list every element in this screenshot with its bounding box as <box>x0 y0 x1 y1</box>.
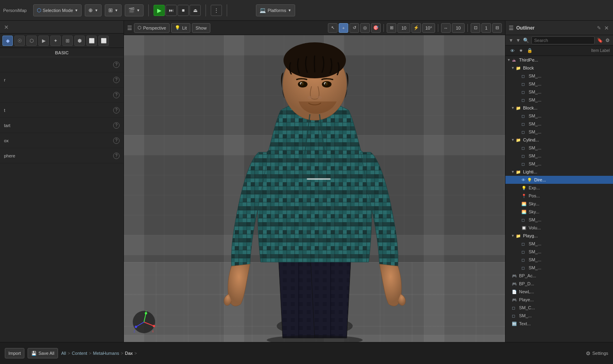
tree-item-vol[interactable]: 🔲 Volu... <box>505 224 613 232</box>
tree-item-sm1[interactable]: ◻ SM_... <box>505 72 613 80</box>
more-options-button[interactable]: ⋮ <box>211 5 222 16</box>
outliner-edit-icon[interactable]: ✎ <box>597 25 601 31</box>
tree-item-sm10[interactable]: ◻ SM_... <box>505 160 613 168</box>
panel-item-help-2[interactable]: ? <box>113 77 120 83</box>
geometry-icon-btn[interactable]: ⊞ <box>62 36 73 46</box>
breadcrumb-dax[interactable]: Dax <box>125 351 133 356</box>
tree-item-sm13[interactable]: ◻ SM_... <box>505 248 613 256</box>
panel-item-help-1[interactable]: ? <box>113 62 120 68</box>
transform-button[interactable]: ⊞ ▼ <box>105 4 122 16</box>
panel-item-4[interactable]: t ? <box>0 103 124 118</box>
tree-item-sm3[interactable]: ◻ SM_... <box>505 88 613 96</box>
tree-item-block2[interactable]: ▼ 📁 Block... <box>505 104 613 112</box>
stop-button[interactable]: ■ <box>178 5 189 16</box>
outliner-close-button[interactable]: ✕ <box>603 25 610 31</box>
tree-item-exp[interactable]: 💡 Exp... <box>505 184 613 192</box>
target-btn[interactable]: ◎ <box>360 23 370 33</box>
breadcrumb-all[interactable]: All <box>61 351 66 356</box>
scale-value-btn[interactable]: 10 <box>452 23 465 33</box>
lit-button[interactable]: 💡 Lit <box>171 23 190 33</box>
visibility-column-icon[interactable]: 👁 <box>509 47 516 54</box>
panel-item-3[interactable]: ? <box>0 88 124 103</box>
save-all-button[interactable]: 💾 Save All <box>28 348 58 358</box>
tree-item-pos[interactable]: 📍 Pos... <box>505 192 613 200</box>
rotate-btn[interactable]: ↺ <box>349 23 359 33</box>
tree-item-sm14[interactable]: ◻ SM_... <box>505 256 613 264</box>
panel-item-help-5[interactable]: ? <box>113 122 120 129</box>
tree-item-bp-ac[interactable]: 🎮 BP_Ac... <box>505 272 613 280</box>
all-classes-icon-btn[interactable]: ⬜ <box>86 36 97 46</box>
step-forward-button[interactable]: ⏭ <box>166 5 177 16</box>
tree-item-sm9[interactable]: ◻ SM_... <box>505 152 613 160</box>
translate-btn[interactable]: + <box>339 23 348 33</box>
tree-item-directional-light[interactable]: 👁 💡 Dire... <box>505 176 613 184</box>
cinematic-icon-btn[interactable]: ▶ <box>38 36 49 46</box>
tree-item-sm8[interactable]: ◻ SM_... <box>505 144 613 152</box>
panel-item-2[interactable]: r ? <box>0 72 124 88</box>
grid-btn[interactable]: ⊞ <box>387 23 396 33</box>
outliner-tree[interactable]: ▼ ⛰ ThirdPe... ▼ 📁 Block ◻ SM_... ◻ SM_.… <box>505 56 613 342</box>
tree-item-sm11[interactable]: ◻ SM_... <box>505 216 613 224</box>
snap-surface-btn[interactable]: 🎯 <box>371 23 381 33</box>
tree-item-sm16[interactable]: ◻ SM_... <box>505 312 613 320</box>
scale-btn[interactable]: ↔ <box>441 23 451 33</box>
tree-item-block1[interactable]: ▼ 📁 Block <box>505 64 613 72</box>
tree-item-text[interactable]: 🔤 Text... <box>505 320 613 328</box>
tree-item-thirdpe[interactable]: ▼ ⛰ ThirdPe... <box>505 56 613 64</box>
maximize-btn[interactable]: ⊟ <box>492 23 502 33</box>
favorite-column-icon[interactable]: ★ <box>517 47 525 54</box>
tree-item-sm12[interactable]: ◻ SM_... <box>505 240 613 248</box>
panel-item-help-6[interactable]: ? <box>113 137 120 144</box>
tree-item-sm5[interactable]: ◻ SM_... <box>505 112 613 120</box>
volumes-icon-btn[interactable]: ⬢ <box>74 36 85 46</box>
tree-item-lighting[interactable]: ▼ 📁 Lighti... <box>505 168 613 176</box>
viewport-menu-icon[interactable]: ☰ <box>127 25 132 31</box>
panel-item-help-4[interactable]: ? <box>113 107 120 113</box>
platforms-button[interactable]: 💻 Platforms ▼ <box>256 4 295 16</box>
selection-mode-button[interactable]: ⬡ Selection Mode ▼ <box>33 4 82 16</box>
tree-item-sm2[interactable]: ◻ SM_... <box>505 80 613 88</box>
camera-speed-value[interactable]: 1 <box>481 23 491 33</box>
tree-item-sm7[interactable]: ◻ SM_... <box>505 128 613 136</box>
breadcrumb-metahumans[interactable]: MetaHumans <box>93 351 119 356</box>
eject-button[interactable]: ⏏ <box>190 5 201 16</box>
shapes-icon-btn[interactable]: ⬡ <box>26 36 37 46</box>
tree-item-sm4[interactable]: ◻ SM_... <box>505 96 613 104</box>
lock-column-icon[interactable]: 🔒 <box>526 47 533 54</box>
show-button[interactable]: Show <box>192 23 210 33</box>
settings-gear-icon[interactable]: ⚙ <box>586 350 591 356</box>
camera-button[interactable]: 🎬 ▼ <box>125 4 144 16</box>
lighting-icon-btn[interactable]: ☉ <box>14 36 25 46</box>
viewport[interactable]: X Y Z <box>124 35 505 342</box>
play-button[interactable]: ▶ <box>154 5 165 16</box>
tree-item-player[interactable]: 🎮 Playe... <box>505 296 613 304</box>
tree-item-smc[interactable]: ◻ SM_C... <box>505 304 613 312</box>
tree-item-cylinder[interactable]: ▼ 📁 Cylind... <box>505 136 613 144</box>
panel-item-help-3[interactable]: ? <box>113 92 120 98</box>
perspective-button[interactable]: ⬡ Perspective <box>134 23 170 33</box>
panel-item-7[interactable]: phere ? <box>0 148 124 163</box>
tree-item-bp-d[interactable]: 🎮 BP_D... <box>505 280 613 288</box>
import-button[interactable]: Import <box>5 348 24 358</box>
breadcrumb-content[interactable]: Content <box>72 351 88 356</box>
bookmark-icon[interactable]: 🔖 <box>597 38 603 43</box>
panel-item-1[interactable]: ? <box>0 57 124 72</box>
recently-placed-icon-btn[interactable]: ⬜ <box>98 36 109 46</box>
tree-item-sky2[interactable]: 🌅 Sky... <box>505 208 613 216</box>
tree-item-sm6[interactable]: ◻ SM_... <box>505 120 613 128</box>
grid-size-btn[interactable]: 10 <box>397 23 410 33</box>
select-mode-btn[interactable]: ↖ <box>328 23 337 33</box>
left-panel-close-button[interactable]: ✕ <box>3 24 10 30</box>
place-actors-icon-btn[interactable]: ◆ <box>2 36 13 46</box>
tree-item-sky1[interactable]: 🌅 Sky... <box>505 200 613 208</box>
tree-item-playground[interactable]: ▼ 📁 Playg... <box>505 232 613 240</box>
camera-speed-icon[interactable]: ⊡ <box>471 23 480 33</box>
settings-icon[interactable]: ⚙ <box>605 38 610 43</box>
add-actor-button[interactable]: ⊕ ▼ <box>85 4 102 16</box>
tree-item-sm15[interactable]: ◻ SM_... <box>505 264 613 272</box>
outliner-search-input[interactable] <box>531 36 595 44</box>
angle-btn[interactable]: 10° <box>422 23 435 33</box>
tree-item-newl[interactable]: 📄 NewL... <box>505 288 613 296</box>
snap-btn[interactable]: ⚡ <box>411 23 421 33</box>
panel-item-help-7[interactable]: ? <box>113 153 120 159</box>
